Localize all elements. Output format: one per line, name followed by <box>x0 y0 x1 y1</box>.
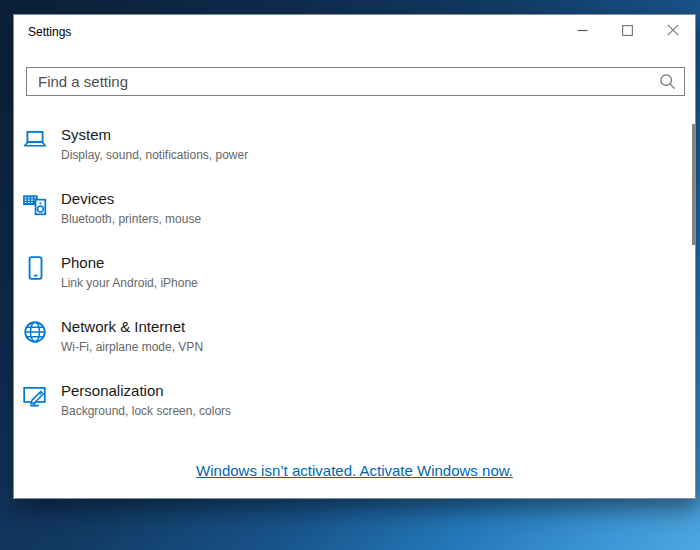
activate-windows-link[interactable]: Windows isn’t activated. Activate Window… <box>196 462 513 479</box>
activation-notice: Windows isn’t activated. Activate Window… <box>14 462 695 480</box>
category-title: Phone <box>61 253 198 273</box>
category-title: Devices <box>61 189 201 209</box>
category-subtitle: Background, lock screen, colors <box>61 403 231 419</box>
scrollbar-thumb[interactable] <box>692 124 695 245</box>
close-icon <box>667 24 679 36</box>
globe-icon <box>22 319 48 345</box>
personalization-icon <box>22 383 48 409</box>
category-subtitle: Bluetooth, printers, mouse <box>61 211 201 227</box>
minimize-icon <box>577 25 588 36</box>
close-button[interactable] <box>650 15 695 45</box>
search-box <box>26 67 685 96</box>
devices-icon <box>22 191 48 217</box>
maximize-icon <box>622 25 633 36</box>
title-bar[interactable]: Settings <box>14 15 695 47</box>
category-system[interactable]: System Display, sound, notifications, po… <box>22 118 671 182</box>
category-subtitle: Wi-Fi, airplane mode, VPN <box>61 339 203 355</box>
category-network[interactable]: Network & Internet Wi-Fi, airplane mode,… <box>22 310 671 374</box>
category-phone[interactable]: Phone Link your Android, iPhone <box>22 246 671 310</box>
category-title: Network & Internet <box>61 317 203 337</box>
maximize-button[interactable] <box>605 15 650 45</box>
laptop-icon <box>22 127 48 153</box>
category-subtitle: Display, sound, notifications, power <box>61 147 248 163</box>
window-controls <box>560 15 695 45</box>
minimize-button[interactable] <box>560 15 605 45</box>
search-input[interactable] <box>26 67 685 96</box>
desktop-background: Settings <box>0 0 700 550</box>
category-personalization[interactable]: Personalization Background, lock screen,… <box>22 374 671 438</box>
category-subtitle: Link your Android, iPhone <box>61 275 198 291</box>
phone-icon <box>22 255 48 281</box>
settings-window: Settings <box>13 14 696 499</box>
category-title: Personalization <box>61 381 231 401</box>
category-devices[interactable]: Devices Bluetooth, printers, mouse <box>22 182 671 246</box>
search-icon[interactable] <box>659 73 676 90</box>
category-title: System <box>61 125 248 145</box>
window-title: Settings <box>28 25 71 39</box>
category-list: System Display, sound, notifications, po… <box>22 118 671 438</box>
